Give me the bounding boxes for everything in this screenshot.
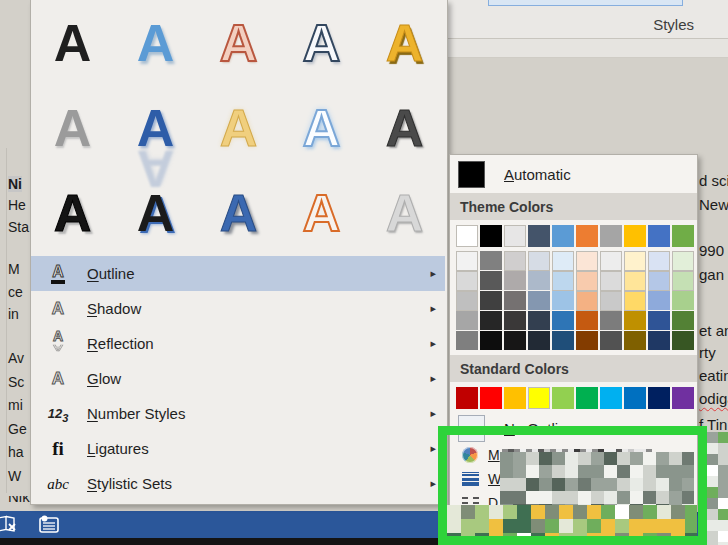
proofing-error-icon[interactable] bbox=[0, 515, 19, 534]
theme-color-variant-swatch[interactable] bbox=[480, 291, 502, 311]
theme-color-variant-swatch[interactable] bbox=[672, 331, 694, 351]
menu-item-ligatures[interactable]: fiLigatures▸ bbox=[31, 431, 445, 466]
theme-color-variant-swatch[interactable] bbox=[648, 291, 670, 311]
effect-tile-fill-black[interactable]: A bbox=[31, 0, 114, 85]
theme-color-variant-swatch[interactable] bbox=[576, 271, 598, 291]
theme-color-swatch[interactable] bbox=[672, 225, 694, 247]
theme-color-swatch[interactable] bbox=[480, 225, 502, 247]
theme-color-variant-swatch[interactable] bbox=[528, 271, 550, 291]
effect-tile-outline-orange[interactable]: A bbox=[280, 170, 363, 255]
theme-color-variant-swatch[interactable] bbox=[576, 311, 598, 331]
theme-color-variant-swatch[interactable] bbox=[600, 291, 622, 311]
theme-color-variant-swatch[interactable] bbox=[504, 291, 526, 311]
menu-item-reflection[interactable]: AAReflection▸ bbox=[31, 326, 445, 361]
menu-item-automatic[interactable]: Automatic bbox=[450, 155, 697, 193]
standard-color-swatch[interactable] bbox=[600, 387, 622, 409]
standard-color-swatch[interactable] bbox=[504, 387, 526, 409]
document-text-fragment: in bbox=[8, 306, 19, 322]
theme-color-variant-swatch[interactable] bbox=[528, 251, 550, 271]
theme-color-variant-swatch[interactable] bbox=[672, 311, 694, 331]
standard-color-swatch[interactable] bbox=[624, 387, 646, 409]
theme-color-variant-swatch[interactable] bbox=[624, 331, 646, 351]
effect-tile-fill-blue-shadow[interactable]: A bbox=[114, 0, 197, 85]
menu-item-outline[interactable]: AOutline▸ bbox=[31, 256, 445, 291]
effect-tile-fill-blue-strong-shadow[interactable]: A bbox=[197, 170, 280, 255]
theme-color-variant-swatch[interactable] bbox=[672, 291, 694, 311]
standard-color-swatch[interactable] bbox=[672, 387, 694, 409]
standard-color-swatch[interactable] bbox=[456, 387, 478, 409]
theme-color-variant-swatch[interactable] bbox=[552, 291, 574, 311]
theme-color-variant-swatch[interactable] bbox=[648, 251, 670, 271]
menu-item-stylistic-sets[interactable]: abcStylistic Sets▸ bbox=[31, 466, 445, 501]
standard-color-swatch[interactable] bbox=[528, 387, 550, 409]
effect-tile-fill-darkgray-bevel[interactable]: A bbox=[363, 85, 446, 170]
effect-tile-fill-tan-soft[interactable]: A bbox=[197, 85, 280, 170]
theme-color-variant-swatch[interactable] bbox=[552, 311, 574, 331]
theme-color-swatch[interactable] bbox=[600, 225, 622, 247]
effect-tile-fill-black-gray-shadow[interactable]: A bbox=[31, 170, 114, 255]
theme-color-variant-swatch[interactable] bbox=[624, 291, 646, 311]
theme-color-variant-swatch[interactable] bbox=[672, 271, 694, 291]
theme-color-variant-swatch[interactable] bbox=[576, 251, 598, 271]
effect-tile-fill-white-outline-navy[interactable]: A bbox=[280, 0, 363, 85]
standard-color-swatch[interactable] bbox=[480, 387, 502, 409]
theme-color-variant-swatch[interactable] bbox=[672, 251, 694, 271]
theme-color-variant-swatch[interactable] bbox=[528, 331, 550, 351]
theme-color-variant-swatch[interactable] bbox=[552, 271, 574, 291]
theme-color-variant-swatch[interactable] bbox=[624, 271, 646, 291]
theme-color-variant-swatch[interactable] bbox=[528, 291, 550, 311]
theme-color-variant-swatch[interactable] bbox=[456, 331, 478, 351]
effect-tile-outline-blue-glow[interactable]: A bbox=[280, 85, 363, 170]
macro-record-icon[interactable] bbox=[38, 514, 60, 534]
theme-color-swatch[interactable] bbox=[648, 225, 670, 247]
theme-color-variant-swatch[interactable] bbox=[504, 251, 526, 271]
effect-letter: A bbox=[386, 17, 424, 69]
standard-color-swatch[interactable] bbox=[552, 387, 574, 409]
theme-color-variant-swatch[interactable] bbox=[456, 251, 478, 271]
theme-color-variant-swatch[interactable] bbox=[480, 331, 502, 351]
theme-color-variant-swatch[interactable] bbox=[456, 311, 478, 331]
theme-color-variant-swatch[interactable] bbox=[480, 251, 502, 271]
theme-color-swatch[interactable] bbox=[576, 225, 598, 247]
theme-color-variant-swatch[interactable] bbox=[648, 271, 670, 291]
effect-tile-fill-gold-bevel[interactable]: A bbox=[363, 0, 446, 85]
standard-color-swatch[interactable] bbox=[648, 387, 670, 409]
theme-color-variant-swatch[interactable] bbox=[600, 271, 622, 291]
effect-tile-fill-silver[interactable]: A bbox=[363, 170, 446, 255]
menu-item-no-outline[interactable]: No Outline bbox=[450, 413, 697, 443]
theme-color-variant-swatch[interactable] bbox=[576, 331, 598, 351]
theme-color-variant-swatch[interactable] bbox=[648, 311, 670, 331]
menu-item-number-styles[interactable]: 123Number Styles▸ bbox=[31, 396, 445, 431]
theme-color-variant-swatch[interactable] bbox=[456, 291, 478, 311]
theme-color-variant-swatch[interactable] bbox=[624, 311, 646, 331]
theme-color-swatch[interactable] bbox=[456, 225, 478, 247]
effect-tile-fill-gray[interactable]: A bbox=[31, 85, 114, 170]
theme-color-variant-swatch[interactable] bbox=[552, 251, 574, 271]
menu-item-shadow[interactable]: AShadow▸ bbox=[31, 291, 445, 326]
theme-color-variant-swatch[interactable] bbox=[624, 251, 646, 271]
theme-color-variant-swatch[interactable] bbox=[480, 271, 502, 291]
theme-color-variant-swatch[interactable] bbox=[600, 251, 622, 271]
theme-color-variant-swatch[interactable] bbox=[600, 311, 622, 331]
theme-color-variant-swatch[interactable] bbox=[552, 331, 574, 351]
theme-color-swatch[interactable] bbox=[504, 225, 526, 247]
theme-color-variant-swatch[interactable] bbox=[504, 271, 526, 291]
theme-color-variant-swatch[interactable] bbox=[528, 311, 550, 331]
standard-color-swatch[interactable] bbox=[576, 387, 598, 409]
theme-color-swatch[interactable] bbox=[624, 225, 646, 247]
theme-color-swatch[interactable] bbox=[552, 225, 574, 247]
effect-tile-outline-red-fill-salmon[interactable]: A bbox=[197, 0, 280, 85]
effect-tile-fill-black-outline-blue[interactable]: A bbox=[114, 170, 197, 255]
effect-tile-fill-blue-reflection[interactable]: AA bbox=[114, 85, 197, 170]
theme-color-variant-swatch[interactable] bbox=[648, 331, 670, 351]
automatic-label: Automatic bbox=[504, 166, 571, 183]
theme-color-column bbox=[528, 225, 550, 351]
menu-item-glow[interactable]: AGlow▸ bbox=[31, 361, 445, 396]
theme-color-variant-swatch[interactable] bbox=[504, 331, 526, 351]
theme-color-variant-swatch[interactable] bbox=[576, 291, 598, 311]
theme-color-variant-swatch[interactable] bbox=[600, 331, 622, 351]
theme-color-variant-swatch[interactable] bbox=[456, 271, 478, 291]
theme-color-swatch[interactable] bbox=[528, 225, 550, 247]
theme-color-variant-swatch[interactable] bbox=[504, 311, 526, 331]
theme-color-variant-swatch[interactable] bbox=[480, 311, 502, 331]
